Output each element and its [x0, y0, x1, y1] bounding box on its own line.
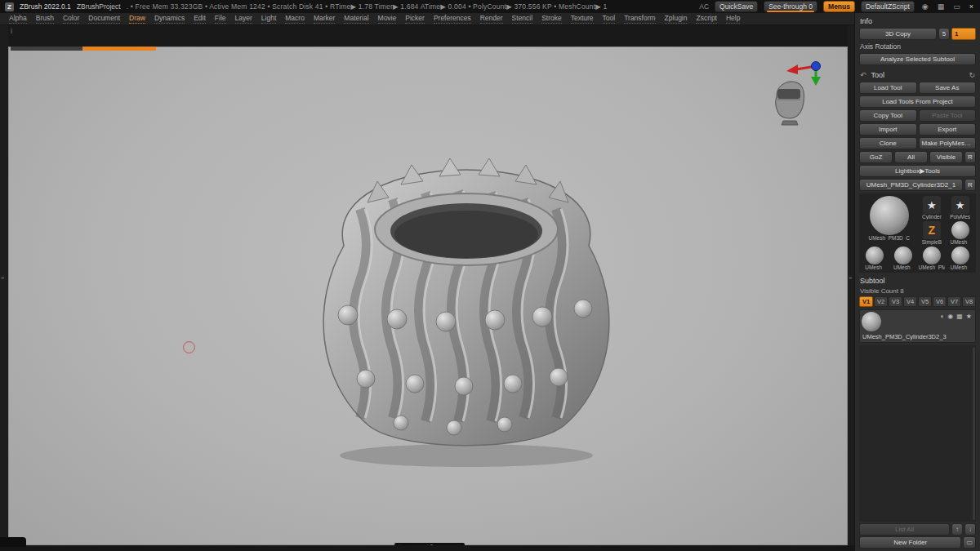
menu-item[interactable]: Render	[480, 14, 503, 24]
window-icon[interactable]: ▭	[951, 2, 962, 11]
list-all-button[interactable]: List All	[859, 523, 950, 535]
menu-item[interactable]: Preferences	[434, 14, 471, 24]
subtool-version-tab[interactable]: V1	[859, 296, 873, 307]
export-button[interactable]: Export	[919, 123, 977, 136]
menu-item[interactable]: Color	[63, 14, 79, 24]
subtool-version-tab[interactable]: V5	[918, 296, 932, 307]
recent-tool-item[interactable]: Cylinder	[919, 196, 946, 220]
tool-thumbnail-image	[894, 247, 912, 264]
wireframe-icon[interactable]: ▦	[956, 313, 963, 320]
menu-item[interactable]: Transform	[624, 14, 655, 24]
load-tool-button[interactable]: Load Tool	[859, 82, 917, 94]
quicksave-button[interactable]: QuickSave	[715, 1, 758, 12]
default-zscript-button[interactable]: DefaultZScript	[861, 1, 915, 12]
recent-tool-item[interactable]: UMesh_	[947, 221, 973, 245]
canvas-top-scrollbar[interactable]	[11, 47, 156, 51]
menu-item[interactable]: Dynamics	[154, 14, 185, 24]
star-icon[interactable]: ★	[966, 313, 972, 320]
collapse-palette-icon[interactable]: ↶	[858, 71, 869, 79]
bottom-chrome-strip	[0, 545, 854, 551]
clone-button[interactable]: Clone	[859, 137, 917, 149]
subtool-scrollbar[interactable]	[973, 347, 975, 520]
recent-tool-item[interactable]: UMesh_	[947, 247, 973, 270]
menu-item[interactable]: Texture	[571, 14, 594, 24]
menu-item[interactable]: File	[215, 14, 226, 24]
active-tool-name-button[interactable]: UMesh_PM3D_Cylinder3D2_1	[859, 179, 963, 191]
menu-item[interactable]: Document	[88, 14, 120, 24]
recent-tool-item[interactable]: UMesh_PM3D_C	[862, 196, 917, 245]
right-edge-tray[interactable]: »	[848, 25, 854, 545]
goz-button[interactable]: GoZ	[859, 151, 893, 163]
subtool-version-tab[interactable]: V3	[889, 296, 902, 307]
close-icon[interactable]: ×	[968, 2, 975, 11]
goz-visible-button[interactable]: Visible	[929, 151, 963, 163]
subtool-version-tab[interactable]: V2	[874, 296, 888, 307]
tool-thumbnail-image	[951, 247, 969, 264]
left-edge-tray[interactable]: «	[0, 25, 8, 545]
subtool-version-tab[interactable]: V4	[903, 296, 917, 307]
polypaint-icon[interactable]: ◐	[940, 313, 944, 320]
goz-r-button[interactable]: R	[964, 151, 976, 163]
subtool-version-tab[interactable]: V6	[933, 296, 947, 307]
save-as-button[interactable]: Save As	[919, 82, 977, 94]
subtool-version-tab[interactable]: V8	[962, 296, 976, 307]
recent-tool-item[interactable]: PolyMes	[947, 196, 973, 220]
document-canvas[interactable]: ◂◂ ▲▼ ▸▸	[8, 47, 848, 545]
bottom-left-tab[interactable]	[0, 537, 26, 547]
menu-item[interactable]: Edit	[194, 14, 206, 24]
recent-tool-item[interactable]: UMesh_	[890, 247, 917, 270]
3d-copy-button[interactable]: 3D Copy	[859, 28, 937, 40]
menu-item[interactable]: Stroke	[541, 14, 562, 24]
new-folder-button[interactable]: New Folder	[859, 536, 961, 549]
paste-tool-button[interactable]: Paste Tool	[919, 109, 977, 122]
lightbox-tools-button[interactable]: Lightbox▶Tools	[859, 165, 976, 177]
subtool-list-area[interactable]	[859, 345, 976, 522]
recent-tool-item[interactable]: SimpleB	[919, 221, 946, 245]
analyze-selected-subtool-button[interactable]: Analyze Selected Subtool	[859, 53, 976, 65]
menu-item[interactable]: Zplugin	[665, 14, 688, 24]
menu-item[interactable]: Macro	[285, 14, 305, 24]
active-tool-r-button[interactable]: R	[964, 179, 976, 191]
recent-tool-item[interactable]: UMesh_	[862, 247, 889, 270]
menu-item[interactable]: Brush	[36, 14, 54, 24]
make-polymesh3d-button[interactable]: Make PolyMesh3D	[919, 137, 977, 149]
load-tools-from-project-button[interactable]: Load Tools From Project	[859, 96, 976, 108]
move-up-icon[interactable]: ↑	[951, 523, 963, 535]
scrollbar-track[interactable]	[11, 47, 82, 51]
clock-icon[interactable]: ◉	[920, 2, 930, 11]
reset-palette-icon[interactable]: ↻	[966, 71, 978, 79]
menu-item[interactable]: Draw	[129, 14, 145, 24]
subtool-version-tab[interactable]: V7	[947, 296, 961, 307]
see-through-slider[interactable]: See-through 0	[764, 1, 817, 12]
menu-item[interactable]: Marker	[314, 14, 335, 24]
copy-tool-button[interactable]: Copy Tool	[859, 109, 917, 122]
import-button[interactable]: Import	[859, 123, 917, 136]
menu-item[interactable]: Help	[726, 14, 740, 24]
copy-count-value[interactable]: 5	[938, 28, 950, 40]
tool-thumbnail-label: PolyMes	[950, 214, 970, 220]
menus-button[interactable]: Menus	[823, 1, 855, 12]
right-tray-arrows-icon[interactable]: »	[849, 274, 852, 282]
layout-grid-icon[interactable]: ▦	[936, 2, 947, 11]
menu-item[interactable]: Light	[261, 14, 276, 24]
subtool-list-item[interactable]: ◐ ◉ ▦ ★ UMesh_PM3D_Cylinder3D2_3	[859, 309, 976, 343]
scrollbar-thumb[interactable]	[82, 47, 156, 51]
tool-thumbnail-label: UMesh_	[951, 239, 970, 245]
goz-all-button[interactable]: All	[894, 151, 928, 163]
model-3d[interactable]	[283, 152, 634, 474]
menu-item[interactable]: Layer	[235, 14, 252, 24]
menu-item[interactable]: Movie	[378, 14, 397, 24]
menu-item[interactable]: Tool	[603, 14, 616, 24]
eye-icon[interactable]: ◉	[947, 313, 953, 320]
menu-item[interactable]: Zscript	[696, 14, 717, 24]
menu-item[interactable]: Picker	[405, 14, 425, 24]
folder-icon[interactable]: ▭	[963, 536, 976, 549]
copy-input[interactable]: 1	[951, 28, 976, 40]
menu-item[interactable]: Stencil	[512, 14, 533, 24]
recent-tool-item[interactable]: UMesh_PM3D_C	[919, 247, 946, 270]
menu-item[interactable]: Alpha	[9, 14, 27, 24]
move-down-icon[interactable]: ↓	[964, 523, 976, 535]
menu-item[interactable]: Material	[344, 14, 368, 24]
tool-thumbnail-label: Cylinder	[922, 214, 942, 220]
left-tray-arrows-icon[interactable]: «	[1, 274, 4, 282]
